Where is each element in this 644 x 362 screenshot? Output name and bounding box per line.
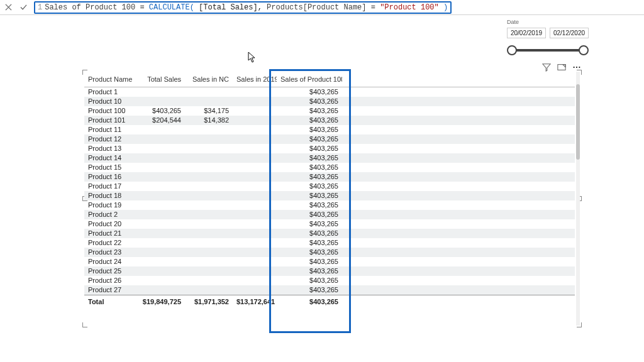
cell-y19 bbox=[233, 163, 277, 172]
data-table: Product Name Total Sales Sales in NC Sal… bbox=[84, 72, 575, 309]
cell-p100: $403,265 bbox=[277, 219, 342, 229]
commit-formula-icon[interactable] bbox=[19, 3, 28, 12]
totals-p100: $403,265 bbox=[277, 295, 342, 309]
cell-p100: $403,265 bbox=[277, 144, 342, 153]
cell-total bbox=[133, 238, 185, 248]
cell-total bbox=[133, 182, 185, 191]
cell-y19 bbox=[233, 219, 277, 229]
cell-total bbox=[133, 276, 185, 285]
col-header-sales-2019[interactable]: Sales in 2019 bbox=[233, 72, 277, 87]
cell-nc bbox=[185, 134, 233, 144]
table-row[interactable]: Product 26$403,265 bbox=[84, 276, 575, 285]
cell-product-name: Product 12 bbox=[84, 134, 133, 144]
cell-p100: $403,265 bbox=[277, 266, 342, 276]
table-row[interactable]: Product 10$403,265 bbox=[84, 97, 575, 106]
mouse-cursor-icon bbox=[248, 52, 257, 63]
cell-p100: $403,265 bbox=[277, 106, 342, 116]
table-visual[interactable]: Product Name Total Sales Sales in NC Sal… bbox=[83, 70, 581, 327]
scrollbar-thumb[interactable] bbox=[576, 84, 580, 160]
cell-nc bbox=[185, 285, 233, 295]
table-row[interactable]: Product 11$403,265 bbox=[84, 125, 575, 134]
cell-p100: $403,265 bbox=[277, 257, 342, 266]
table-row[interactable]: Product 1$403,265 bbox=[84, 87, 575, 97]
cell-nc bbox=[185, 172, 233, 182]
date-range-slider[interactable] bbox=[507, 43, 589, 57]
cell-total bbox=[133, 144, 185, 153]
table-row[interactable]: Product 24$403,265 bbox=[84, 257, 575, 266]
cell-y19 bbox=[233, 276, 277, 285]
cell-total bbox=[133, 266, 185, 276]
table-row[interactable]: Product 12$403,265 bbox=[84, 134, 575, 144]
cell-p100: $403,265 bbox=[277, 248, 342, 257]
cell-total bbox=[133, 125, 185, 134]
cell-nc: $34,175 bbox=[185, 106, 233, 116]
cell-product-name: Product 16 bbox=[84, 172, 133, 182]
cancel-formula-icon[interactable] bbox=[4, 3, 13, 12]
col-header-product-name[interactable]: Product Name bbox=[84, 72, 133, 87]
table-row[interactable]: Product 13$403,265 bbox=[84, 144, 575, 153]
col-header-total-sales[interactable]: Total Sales bbox=[133, 72, 185, 87]
table-row[interactable]: Product 23$403,265 bbox=[84, 248, 575, 257]
cell-p100: $403,265 bbox=[277, 285, 342, 295]
date-from-input[interactable]: 20/02/2019 bbox=[507, 28, 546, 38]
col-header-sales-p100[interactable]: Sales of Product 100 bbox=[277, 72, 342, 87]
cell-nc bbox=[185, 229, 233, 238]
table-row[interactable]: Product 19$403,265 bbox=[84, 200, 575, 210]
cell-p100: $403,265 bbox=[277, 276, 342, 285]
cell-y19 bbox=[233, 153, 277, 163]
svg-point-2 bbox=[576, 67, 577, 68]
totals-row: Total $19,849,725 $1,971,352 $13,172,641… bbox=[84, 295, 575, 309]
totals-nc: $1,971,352 bbox=[185, 295, 233, 309]
cell-p100: $403,265 bbox=[277, 125, 342, 134]
cell-total bbox=[133, 257, 185, 266]
cell-p100: $403,265 bbox=[277, 134, 342, 144]
table-row[interactable]: Product 25$403,265 bbox=[84, 266, 575, 276]
cell-nc bbox=[185, 238, 233, 248]
cell-y19 bbox=[233, 106, 277, 116]
cell-product-name: Product 26 bbox=[84, 276, 133, 285]
col-header-sales-nc[interactable]: Sales in NC bbox=[185, 72, 233, 87]
cell-product-name: Product 101 bbox=[84, 116, 133, 125]
table-row[interactable]: Product 101$204,544$14,382$403,265 bbox=[84, 116, 575, 125]
table-row[interactable]: Product 21$403,265 bbox=[84, 229, 575, 238]
cell-y19 bbox=[233, 134, 277, 144]
cell-nc bbox=[185, 276, 233, 285]
table-row[interactable]: Product 16$403,265 bbox=[84, 172, 575, 182]
cell-p100: $403,265 bbox=[277, 200, 342, 210]
table-row[interactable]: Product 17$403,265 bbox=[84, 182, 575, 191]
cell-p100: $403,265 bbox=[277, 153, 342, 163]
cell-product-name: Product 24 bbox=[84, 257, 133, 266]
cell-product-name: Product 17 bbox=[84, 182, 133, 191]
formula-line-no: 1 bbox=[38, 3, 42, 12]
table-row[interactable]: Product 22$403,265 bbox=[84, 238, 575, 248]
table-row[interactable]: Product 2$403,265 bbox=[84, 210, 575, 219]
table-row[interactable]: Product 14$403,265 bbox=[84, 153, 575, 163]
totals-total: $19,849,725 bbox=[133, 295, 185, 309]
formula-input[interactable]: 1 Sales of Product 100 = CALCULATE( [Tot… bbox=[34, 1, 452, 14]
cell-p100: $403,265 bbox=[277, 116, 342, 125]
cell-total bbox=[133, 191, 185, 200]
date-slicer[interactable]: Date 20/02/2019 02/12/2020 bbox=[507, 19, 589, 57]
cell-nc: $14,382 bbox=[185, 116, 233, 125]
table-row[interactable]: Product 20$403,265 bbox=[84, 219, 575, 229]
table-row[interactable]: Product 18$403,265 bbox=[84, 191, 575, 200]
cell-product-name: Product 21 bbox=[84, 229, 133, 238]
slider-knob-end[interactable] bbox=[579, 45, 589, 55]
totals-y19: $13,172,641 bbox=[233, 295, 277, 309]
cell-total bbox=[133, 219, 185, 229]
cell-nc bbox=[185, 153, 233, 163]
table-row[interactable]: Product 27$403,265 bbox=[84, 285, 575, 295]
vertical-scrollbar[interactable] bbox=[576, 72, 580, 326]
cell-nc bbox=[185, 257, 233, 266]
cell-y19 bbox=[233, 248, 277, 257]
cell-nc bbox=[185, 200, 233, 210]
slider-knob-start[interactable] bbox=[507, 45, 517, 55]
cell-p100: $403,265 bbox=[277, 182, 342, 191]
cell-nc bbox=[185, 125, 233, 134]
date-to-input[interactable]: 02/12/2020 bbox=[550, 28, 589, 38]
table-row[interactable]: Product 100$403,265$34,175$403,265 bbox=[84, 106, 575, 116]
cell-nc bbox=[185, 210, 233, 219]
cell-nc bbox=[185, 182, 233, 191]
table-row[interactable]: Product 15$403,265 bbox=[84, 163, 575, 172]
cell-total bbox=[133, 134, 185, 144]
